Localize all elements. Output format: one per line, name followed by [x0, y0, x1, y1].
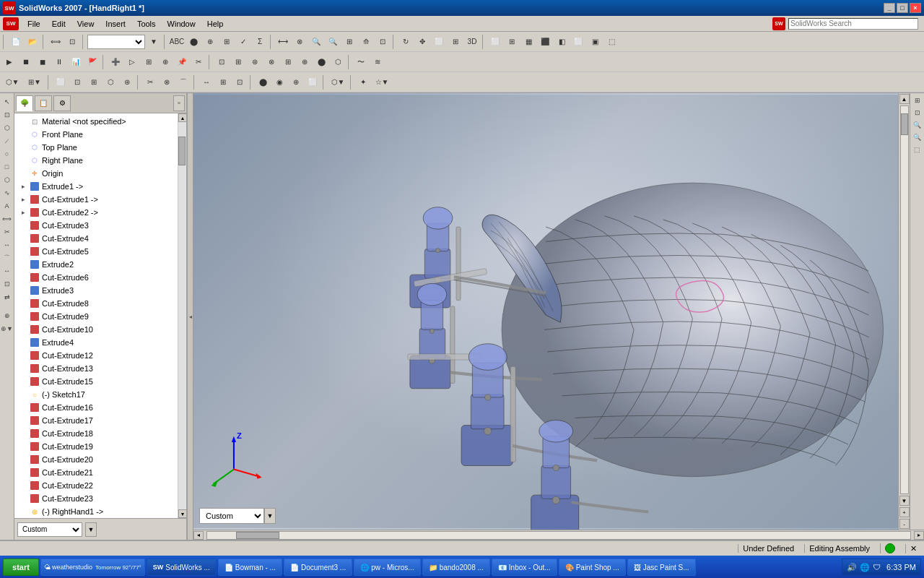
tb3-fillet[interactable]: ⌒ — [175, 74, 191, 90]
tab-property-manager[interactable]: 📋 — [35, 95, 52, 111]
tb-rel3[interactable]: ⊞ — [341, 34, 357, 50]
tb3-ref3[interactable]: ⊕ — [288, 74, 304, 90]
tree-cut-extrude1[interactable]: ▸ Cut-Extrude1 -> — [16, 193, 176, 206]
menu-window[interactable]: Window — [162, 18, 201, 30]
tb2-flag[interactable]: 🚩 — [84, 54, 100, 70]
tb-check[interactable]: ✓ — [235, 34, 251, 50]
tb-view3[interactable]: ▦ — [520, 34, 536, 50]
right-icon-1[interactable]: ⊞ — [912, 95, 923, 106]
tree-cut-extrude16[interactable]: Cut-Extrude16 — [16, 401, 176, 414]
right-icon-3[interactable]: 🔍 — [912, 119, 923, 131]
close-button[interactable]: × — [910, 3, 921, 13]
open-button[interactable]: 📂 — [25, 34, 40, 50]
tree-cut-extrude3[interactable]: Cut-Extrude3 — [16, 219, 176, 232]
tree-scroll-thumb[interactable] — [178, 137, 186, 165]
new-button[interactable]: 📄 — [8, 34, 24, 50]
tb3-shape4[interactable]: ⬡ — [103, 74, 118, 90]
tb-dim2[interactable]: ⊕ — [202, 34, 218, 50]
tb-view6[interactable]: ⬜ — [570, 34, 586, 50]
left-icon-convert[interactable]: ⇄ — [1, 291, 13, 303]
left-icon-poly[interactable]: ⬡ — [1, 174, 13, 186]
tree-expand-cut2[interactable]: ▸ — [19, 208, 27, 217]
tb2-pause[interactable]: ⏸ — [51, 54, 67, 70]
tb3-shape3[interactable]: ⊞ — [86, 74, 102, 90]
left-icon-arrow[interactable]: ↖ — [1, 96, 13, 108]
tb2-pin[interactable]: 📌 — [174, 54, 190, 70]
tb-view2[interactable]: ⊞ — [504, 34, 520, 50]
tree-cut-extrude6[interactable]: Cut-Extrude6 — [16, 271, 176, 284]
menu-help[interactable]: Help — [201, 18, 230, 30]
taskbar-inbox[interactable]: 📧 Inbox - Out... — [492, 558, 557, 576]
tb-zoom-window[interactable]: ⬜ — [431, 34, 447, 50]
tb2-snap3[interactable]: ⊛ — [247, 54, 263, 70]
tb2-next[interactable]: ▷ — [124, 54, 140, 70]
vscroll-up-btn[interactable]: ▲ — [899, 94, 910, 104]
tree-expand-extrude1[interactable]: ▸ — [19, 182, 27, 191]
view-dropdown-expand[interactable]: ▼ — [264, 508, 276, 524]
tb2-magnet[interactable]: ⊕ — [297, 54, 313, 70]
tree-cut-extrude20[interactable]: Cut-Extrude20 — [16, 453, 176, 466]
tree-expand-cut1[interactable]: ▸ — [19, 195, 27, 204]
left-icon-tool1[interactable]: ⊕ — [1, 310, 13, 322]
hscroll-thumb[interactable] — [236, 532, 279, 539]
left-icon-spline[interactable]: ∿ — [1, 187, 13, 199]
tb-zoom-out[interactable]: 🔍 — [325, 34, 341, 50]
tb3-btn1[interactable]: ⬡▼ — [1, 74, 23, 90]
tray-icon-3[interactable]: 🛡 — [873, 563, 881, 571]
tree-extrude4[interactable]: Extrude4 — [16, 336, 176, 349]
tb3-ref2[interactable]: ◉ — [271, 74, 287, 90]
tb-fit[interactable]: ⊞ — [448, 34, 463, 50]
tree-cut-extrude19[interactable]: Cut-Extrude19 — [16, 440, 176, 453]
tree-extrude1[interactable]: ▸ Extrude1 -> — [16, 180, 176, 193]
tb3-shape5[interactable]: ⊛ — [119, 74, 135, 90]
tb2-wave[interactable]: 〜 — [353, 54, 369, 70]
tree-cut-extrude9[interactable]: Cut-Extrude9 — [16, 310, 176, 323]
tb3-star[interactable]: ✦ — [355, 74, 371, 90]
view-dropdown-1[interactable] — [87, 35, 145, 49]
tree-sketch17[interactable]: ○ (-) Sketch17 — [16, 388, 176, 401]
tb-view8[interactable]: ⬚ — [603, 34, 619, 50]
taskbar-jasc[interactable]: 🖼 Jasc Paint S... — [627, 558, 696, 576]
tb2-link[interactable]: ⊞ — [141, 54, 157, 70]
tb3-ref4[interactable]: ⬜ — [305, 74, 321, 90]
tb3-trim1[interactable]: ✂ — [142, 74, 158, 90]
tb-rel1[interactable]: ⟷ — [275, 34, 291, 50]
view-apply[interactable]: ▼ — [146, 34, 162, 50]
tb-rel2[interactable]: ⊗ — [292, 34, 308, 50]
smart-dim-button[interactable]: ⟺ — [48, 34, 64, 50]
tb-dim3[interactable]: ⊞ — [219, 34, 235, 50]
tree-extrude3[interactable]: Extrude3 — [16, 284, 176, 297]
vscroll-thumb[interactable] — [901, 113, 908, 135]
vscroll-extra-2[interactable]: - — [899, 519, 910, 529]
left-icon-tool2[interactable]: ⊕▼ — [1, 323, 13, 335]
tb3-pattern1[interactable]: ⊞ — [215, 74, 231, 90]
left-icon-text[interactable]: A — [1, 200, 13, 212]
start-button[interactable]: start — [3, 558, 39, 576]
left-icon-extend[interactable]: ↔ — [1, 239, 13, 251]
tb2-snap1[interactable]: ⊡ — [214, 54, 230, 70]
tree-cut-extrude12[interactable]: Cut-Extrude12 — [16, 349, 176, 362]
tree-cut-extrude10[interactable]: Cut-Extrude10 — [16, 323, 176, 336]
weather-widget[interactable]: 🌤 weatherstudio Tomorrow 92°/77° — [40, 558, 145, 576]
menu-view[interactable]: View — [71, 18, 100, 30]
tree-cut-extrude18[interactable]: Cut-Extrude18 — [16, 427, 176, 440]
tree-expand-material[interactable] — [19, 117, 27, 126]
tree-cut-extrude22[interactable]: Cut-Extrude22 — [16, 479, 176, 492]
tree-origin[interactable]: ✛ Origin — [16, 167, 176, 180]
tree-righthand1[interactable]: ⊛ (-) RightHand1 -> — [16, 505, 176, 518]
tb3-btn2[interactable]: ⊞▼ — [24, 74, 45, 90]
search-input[interactable] — [788, 18, 918, 30]
tb2-add[interactable]: ➕ — [108, 54, 123, 70]
view-select[interactable]: Custom — [17, 522, 82, 537]
tab-config-manager[interactable]: ⚙ — [53, 95, 71, 111]
tb2-stop[interactable]: ⏹ — [18, 54, 34, 70]
tb-dim1[interactable]: ⬤ — [186, 34, 201, 50]
tree-cut-extrude23[interactable]: Cut-Extrude23 — [16, 492, 176, 505]
tb2-grid[interactable]: ⊞ — [280, 54, 296, 70]
tb3-ref1[interactable]: ⬤ — [255, 74, 271, 90]
tb2-rel[interactable]: ⬤ — [313, 54, 329, 70]
tree-cut-extrude13[interactable]: Cut-Extrude13 — [16, 362, 176, 375]
menu-insert[interactable]: Insert — [100, 18, 131, 30]
left-icon-3d[interactable]: ⬡ — [1, 122, 13, 134]
tb2-stop2[interactable]: ◼ — [35, 54, 51, 70]
